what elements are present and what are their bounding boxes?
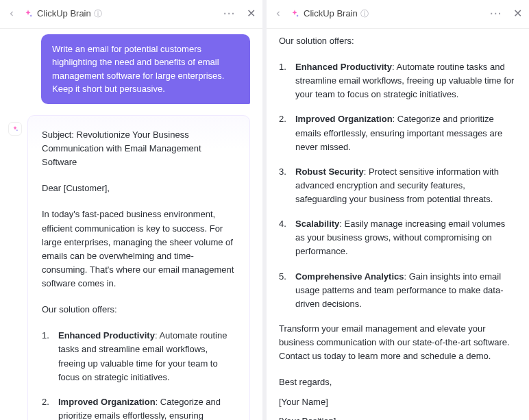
brand-text: ClickUp Brain <box>37 7 91 21</box>
brand-title: ClickUp Brain ⓘ <box>290 7 369 21</box>
email-subject: Subject: Revolutionize Your Business Com… <box>42 128 236 169</box>
list-item: 3.Robust Security: Protect sensitive inf… <box>279 165 517 206</box>
more-icon[interactable]: ··· <box>490 7 502 22</box>
sparkle-handle-icon <box>8 122 22 136</box>
info-icon[interactable]: ⓘ <box>360 8 369 21</box>
brand-title: ClickUp Brain ⓘ <box>23 7 102 21</box>
sig-name: [Your Name] <box>279 395 517 409</box>
email-cta: Transform your email management and elev… <box>279 322 517 363</box>
back-icon[interactable] <box>7 9 16 18</box>
list-item: 2.Improved Organization: Categorize and … <box>279 112 517 153</box>
email-greeting: Dear [Customer], <box>42 182 236 195</box>
sparkle-icon <box>23 9 33 18</box>
back-icon[interactable] <box>273 9 283 18</box>
info-icon[interactable]: ⓘ <box>94 8 102 21</box>
list-item: 2.Improved Organization: Categorize and … <box>42 395 236 420</box>
feature-list: 1.Enhanced Productivity: Automate routin… <box>279 60 517 311</box>
signoff: Best regards, <box>279 375 517 389</box>
ai-response-continued: Our solution offers: 1.Enhanced Producti… <box>279 34 517 420</box>
sig-position: [Your Position] <box>279 415 517 420</box>
offers-lead: Our solution offers: <box>42 303 236 317</box>
ai-response-card: Subject: Revolutionize Your Business Com… <box>27 115 250 420</box>
brand-text: ClickUp Brain <box>304 7 358 21</box>
close-icon[interactable]: ✕ <box>247 5 256 23</box>
header-right: ClickUp Brain ⓘ ··· ✕ <box>267 0 529 29</box>
close-icon[interactable]: ✕ <box>513 5 522 23</box>
email-intro: In today's fast-paced business environme… <box>42 208 236 291</box>
list-item: 1.Enhanced Productivity: Automate routin… <box>279 60 517 101</box>
list-item: 5.Comprehensive Analytics: Gain insights… <box>279 270 517 311</box>
sparkle-icon <box>290 9 299 18</box>
list-item: 4.Scalability: Easily manage increasing … <box>279 217 517 258</box>
feature-list: 1.Enhanced Productivity: Automate routin… <box>42 329 236 420</box>
list-item: 1.Enhanced Productivity: Automate routin… <box>42 329 236 384</box>
more-icon[interactable]: ··· <box>223 7 236 22</box>
user-message: Write an email for potential customers h… <box>41 34 250 104</box>
header-left: ClickUp Brain ⓘ ··· ✕ <box>0 0 262 29</box>
offers-lead: Our solution offers: <box>279 34 517 48</box>
